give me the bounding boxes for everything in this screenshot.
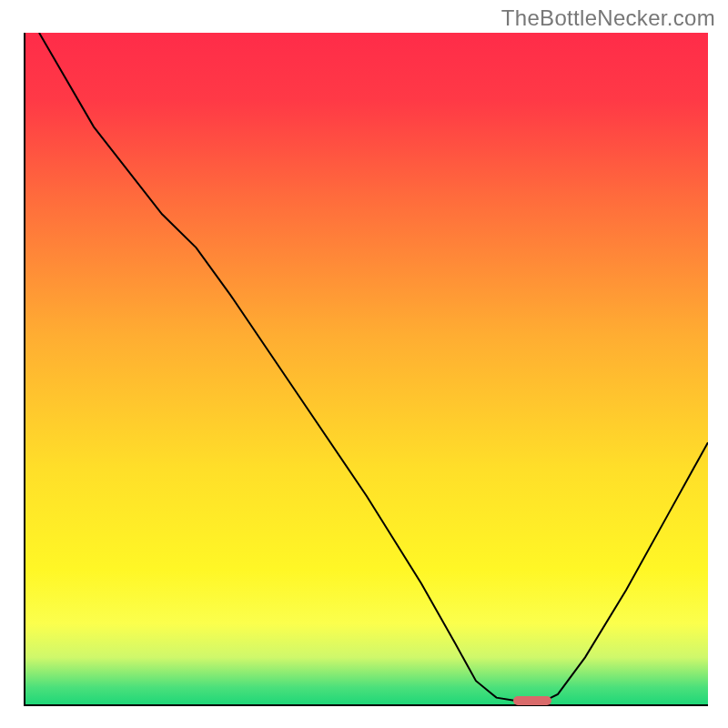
bottleneck-curve (25, 33, 708, 704)
optimal-range-marker (513, 696, 551, 705)
chart-frame: TheBottleNecker.com (0, 0, 728, 728)
watermark-text: TheBottleNecker.com (501, 5, 715, 31)
chart-plot-area (24, 33, 708, 706)
